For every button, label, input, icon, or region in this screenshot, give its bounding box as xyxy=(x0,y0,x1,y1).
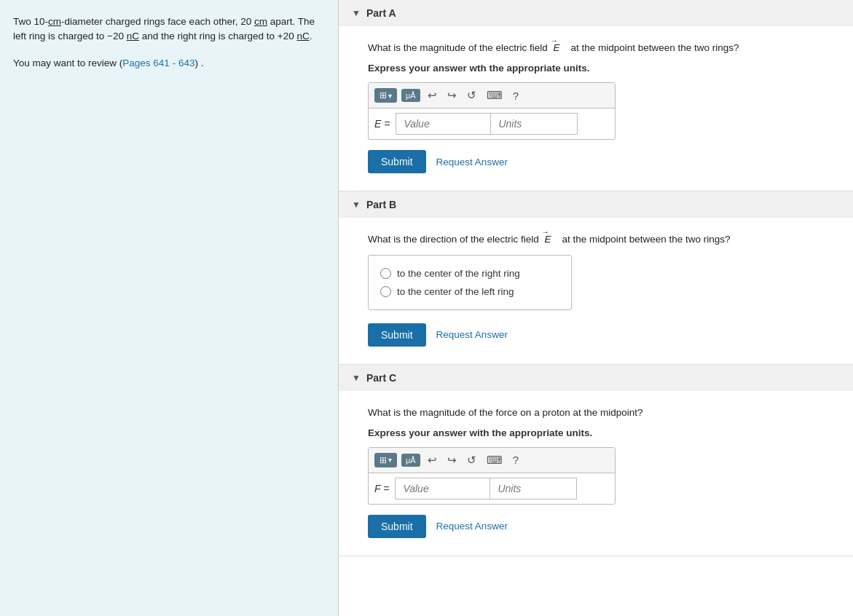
part-a-undo-btn[interactable]: ↩ xyxy=(425,87,440,103)
left-panel: Two 10-cm-diameter charged rings face ea… xyxy=(0,0,339,616)
part-b-label: Part B xyxy=(366,199,396,210)
part-c-undo-btn[interactable]: ↩ xyxy=(425,452,440,468)
part-b-question: What is the direction of the electric fi… xyxy=(368,232,824,247)
part-c-value-row: F = xyxy=(369,473,615,504)
part-c-input-box: ⊞ ▾ μÅ ↩ ↪ ↺ ⌨ ? F = xyxy=(368,447,616,505)
part-a-label: Part A xyxy=(366,7,396,19)
part-c-toolbar: ⊞ ▾ μÅ ↩ ↪ ↺ ⌨ ? xyxy=(369,448,615,473)
part-c-help-btn[interactable]: ? xyxy=(510,452,522,467)
part-c-eq-label: F = xyxy=(374,483,389,494)
part-a-header[interactable]: ▼ Part A xyxy=(339,0,853,26)
part-b-request-link[interactable]: Request Answer xyxy=(436,329,508,340)
part-c-question: What is the magnitude of the force on a … xyxy=(368,406,824,420)
part-c-value-input[interactable] xyxy=(395,478,490,499)
part-a-question: What is the magnitude of the electric fi… xyxy=(368,41,824,55)
part-a-eq-label: E = xyxy=(374,118,390,130)
part-a-units-input[interactable] xyxy=(490,113,578,135)
part-b-content: What is the direction of the electric fi… xyxy=(339,218,853,363)
part-a-value-input[interactable] xyxy=(396,113,490,135)
part-a-action-row: Submit Request Answer xyxy=(368,150,824,173)
part-c-mu-btn[interactable]: μÅ xyxy=(401,454,420,467)
part-c-keyboard-btn[interactable]: ⌨ xyxy=(484,452,506,468)
part-a-chevron: ▼ xyxy=(352,8,361,18)
part-a-toolbar: ⊞ ▾ μÅ ↩ ↪ ↺ ⌨ ? xyxy=(369,83,615,108)
part-c-redo-btn[interactable]: ↪ xyxy=(444,452,460,468)
part-a-keyboard-btn[interactable]: ⌨ xyxy=(484,87,506,103)
part-c-section: ▼ Part C What is the magnitude of the fo… xyxy=(339,365,853,556)
part-c-label: Part C xyxy=(366,372,396,384)
part-a-help-btn[interactable]: ? xyxy=(510,88,522,103)
part-a-section: ▼ Part A What is the magnitude of the el… xyxy=(339,0,853,191)
part-a-submit-btn[interactable]: Submit xyxy=(368,150,426,173)
part-a-value-row: E = xyxy=(369,108,615,139)
part-c-request-link[interactable]: Request Answer xyxy=(436,521,508,532)
part-c-units-input[interactable] xyxy=(490,478,577,499)
part-c-refresh-btn[interactable]: ↺ xyxy=(464,452,479,468)
part-b-option-left[interactable]: to the center of the left ring xyxy=(380,283,559,301)
right-panel: ▼ Part A What is the magnitude of the el… xyxy=(339,0,853,616)
problem-text: Two 10-cm-diameter charged rings face ea… xyxy=(13,15,325,44)
part-b-radio-left[interactable] xyxy=(380,286,391,297)
part-a-content: What is the magnitude of the electric fi… xyxy=(339,26,853,191)
part-a-input-box: ⊞ ▾ μÅ ↩ ↪ ↺ ⌨ ? E = xyxy=(368,82,616,140)
part-c-header[interactable]: ▼ Part C xyxy=(339,365,853,391)
part-c-submit-btn[interactable]: Submit xyxy=(368,515,426,538)
part-b-section: ▼ Part B What is the direction of the el… xyxy=(339,191,853,364)
review-text: You may want to review (Pages 641 - 643)… xyxy=(13,56,325,71)
part-a-mu-btn[interactable]: μÅ xyxy=(401,89,420,102)
part-a-grid-btn[interactable]: ⊞ ▾ xyxy=(374,88,397,103)
part-a-refresh-btn[interactable]: ↺ xyxy=(464,87,479,103)
part-b-radio-right[interactable] xyxy=(380,268,391,279)
part-b-radio-box: to the center of the right ring to the c… xyxy=(368,255,572,310)
part-a-request-link[interactable]: Request Answer xyxy=(436,157,508,167)
part-b-action-row: Submit Request Answer xyxy=(368,323,824,347)
part-c-chevron: ▼ xyxy=(352,373,361,383)
part-b-chevron: ▼ xyxy=(352,200,361,210)
part-a-redo-btn[interactable]: ↪ xyxy=(444,87,460,103)
part-a-express: Express your answer wth the appropriate … xyxy=(368,63,824,74)
part-b-option-right-label: to the center of the right ring xyxy=(397,268,520,279)
part-b-submit-btn[interactable]: Submit xyxy=(368,323,426,347)
part-b-option-left-label: to the center of the left ring xyxy=(397,286,514,297)
part-c-action-row: Submit Request Answer xyxy=(368,515,824,538)
part-c-grid-btn[interactable]: ⊞ ▾ xyxy=(374,453,397,467)
part-b-header[interactable]: ▼ Part B xyxy=(339,191,853,218)
part-b-option-right[interactable]: to the center of the right ring xyxy=(380,264,559,283)
part-c-express: Express your answer with the appropriate… xyxy=(368,427,824,438)
review-link[interactable]: Pages 641 - 643 xyxy=(122,58,194,68)
part-c-content: What is the magnitude of the force on a … xyxy=(339,391,853,556)
